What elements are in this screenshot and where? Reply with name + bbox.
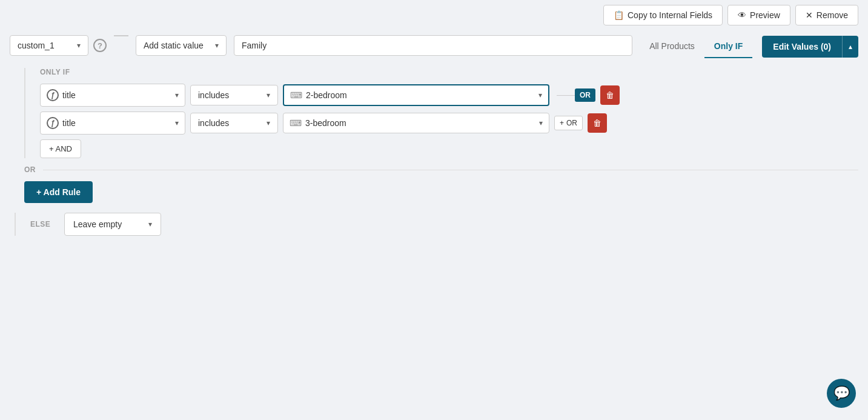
- condition-row-2: ƒ title ▾ includes ▾ ⌨ 3-bedroom ▾ + OR: [40, 112, 849, 135]
- chat-bubble[interactable]: 💬: [827, 379, 856, 408]
- only-if-label: ONLY IF: [40, 68, 849, 76]
- cond-value-2[interactable]: ⌨ 3-bedroom ▾: [283, 113, 549, 133]
- tabs-edit-group: All Products Only IF Edit Values (0) ▴: [640, 35, 858, 58]
- cond-field-1[interactable]: ƒ title ▾: [40, 84, 185, 107]
- preview-label: Preview: [750, 10, 780, 20]
- cond-value-2-text: 3-bedroom: [305, 118, 346, 128]
- preview-icon: 👁: [738, 10, 746, 20]
- field-chevron-down-icon: ▾: [77, 41, 81, 50]
- cond-value-1[interactable]: ⌨ 2-bedroom ▾: [283, 84, 549, 106]
- cond-value-1-text: 2-bedroom: [306, 90, 347, 100]
- trash-icon-1: 🗑: [606, 90, 614, 100]
- family-input[interactable]: Family: [234, 35, 632, 56]
- field-type-icon-2: ƒ: [47, 117, 59, 129]
- remove-icon: ✕: [806, 10, 813, 20]
- cond-field-2-value: title: [62, 118, 76, 128]
- or-separator: OR: [24, 165, 858, 174]
- conditions-area: ONLY IF ƒ title ▾ includes ▾ ⌨ 2-bedroom…: [10, 68, 858, 203]
- main-config-row: custom_1 ▾ ? Add static value ▾ Family A…: [0, 30, 868, 63]
- copy-icon: 📋: [614, 10, 624, 20]
- cond-value-1-chevron-icon: ▾: [538, 91, 542, 99]
- remove-btn[interactable]: ✕ Remove: [795, 5, 858, 25]
- cond-value-2-chevron-icon: ▾: [539, 119, 543, 127]
- field-type-icon-1: ƒ: [47, 89, 59, 101]
- field-selector: custom_1 ▾ ?: [10, 35, 107, 56]
- cond-field-1-chevron-icon: ▾: [175, 91, 179, 99]
- else-section: ELSE Leave empty ▾: [15, 213, 858, 236]
- static-value-label: Add static value: [144, 41, 204, 50]
- keyboard-icon-1: ⌨: [290, 90, 302, 100]
- chat-icon: 💬: [833, 385, 850, 401]
- delete-row-1-btn[interactable]: 🗑: [600, 85, 620, 105]
- else-label: ELSE: [30, 220, 55, 228]
- trash-icon-2: 🗑: [593, 118, 601, 128]
- tabs-area: All Products Only IF: [640, 35, 752, 58]
- field-value: custom_1: [18, 41, 55, 50]
- leave-empty-dropdown[interactable]: Leave empty ▾: [64, 213, 161, 236]
- or-line-1: [557, 95, 575, 96]
- or-add-btn-2[interactable]: + OR: [554, 116, 583, 130]
- edit-values-label: Edit Values (0): [773, 42, 831, 52]
- leave-empty-value: Leave empty: [73, 219, 122, 229]
- cond-operator-1-chevron-icon: ▾: [267, 91, 270, 99]
- cond-field-2[interactable]: ƒ title ▾: [40, 112, 185, 135]
- copy-label: Copy to Internal Fields: [628, 10, 712, 20]
- or-sep-label: OR: [24, 165, 36, 174]
- cond-operator-1-value: includes: [198, 90, 229, 100]
- delete-row-2-btn[interactable]: 🗑: [588, 113, 607, 133]
- edit-values-group: Edit Values (0) ▴: [762, 36, 858, 58]
- static-chevron-icon: ▾: [215, 41, 219, 50]
- cond-field-2-chevron-icon: ▾: [175, 119, 179, 127]
- remove-label: Remove: [817, 10, 848, 20]
- tab-only-if[interactable]: Only IF: [704, 35, 752, 58]
- cond-operator-2-value: includes: [198, 118, 229, 128]
- cond-operator-1[interactable]: includes ▾: [190, 85, 278, 105]
- add-rule-label: + Add Rule: [36, 187, 81, 197]
- and-btn[interactable]: + AND: [40, 139, 81, 158]
- or-add-label-2: OR: [566, 119, 577, 127]
- static-value-dropdown[interactable]: Add static value ▾: [136, 35, 227, 56]
- leave-empty-chevron-icon: ▾: [148, 220, 152, 228]
- and-label: + AND: [49, 144, 72, 153]
- only-if-container: ONLY IF ƒ title ▾ includes ▾ ⌨ 2-bedroom…: [24, 68, 849, 158]
- keyboard-icon-2: ⌨: [290, 118, 302, 128]
- copy-to-internal-btn[interactable]: 📋 Copy to Internal Fields: [603, 5, 723, 25]
- cond-operator-2-chevron-icon: ▾: [267, 119, 270, 127]
- top-bar: 📋 Copy to Internal Fields 👁 Preview ✕ Re…: [0, 0, 868, 30]
- plus-icon-2: +: [560, 119, 564, 127]
- divider: [114, 35, 128, 36]
- cond-field-1-value: title: [62, 90, 76, 100]
- edit-values-btn[interactable]: Edit Values (0): [762, 36, 842, 58]
- or-sep-line: [43, 170, 858, 170]
- help-icon[interactable]: ?: [93, 39, 107, 52]
- condition-row-1: ƒ title ▾ includes ▾ ⌨ 2-bedroom ▾ OR: [40, 84, 849, 107]
- field-dropdown[interactable]: custom_1 ▾: [10, 35, 88, 56]
- preview-btn[interactable]: 👁 Preview: [727, 5, 790, 25]
- cond-operator-2[interactable]: includes ▾: [190, 113, 278, 133]
- chevron-up-icon: ▴: [849, 42, 852, 51]
- add-rule-btn[interactable]: + Add Rule: [24, 181, 93, 203]
- tab-all-products[interactable]: All Products: [640, 35, 704, 58]
- or-box-1: OR: [575, 88, 595, 102]
- family-value: Family: [242, 41, 267, 50]
- edit-values-chevron-btn[interactable]: ▴: [842, 36, 858, 58]
- or-badge-1: OR: [557, 88, 595, 102]
